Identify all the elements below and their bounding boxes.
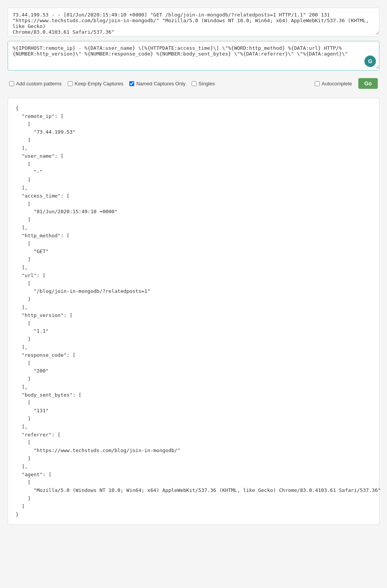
- singles-label[interactable]: Singles: [192, 81, 215, 87]
- keep-empty-captures-text: Keep Empty Captures: [75, 81, 123, 87]
- log-input-section: [8, 8, 379, 36]
- go-button[interactable]: Go: [358, 78, 378, 89]
- add-custom-patterns-text: Add custom patterns: [16, 81, 62, 87]
- autocomplete-text: Autocomplete: [322, 81, 352, 87]
- named-captures-only-label[interactable]: Named Captures Only: [129, 81, 185, 87]
- keep-empty-captures-label[interactable]: Keep Empty Captures: [68, 81, 123, 87]
- autocomplete-checkbox[interactable]: [315, 81, 320, 86]
- result-section: { "remote_ip": [ [ "73.44.199.53" ] ], "…: [8, 98, 379, 525]
- grok-button[interactable]: G: [364, 56, 376, 67]
- add-custom-patterns-label[interactable]: Add custom patterns: [9, 81, 62, 87]
- main-container: G Add custom patterns Keep Empty Capture…: [8, 8, 379, 525]
- add-custom-patterns-checkbox[interactable]: [9, 81, 14, 86]
- named-captures-only-checkbox[interactable]: [129, 81, 134, 86]
- pattern-input-section: G: [8, 41, 379, 70]
- options-bar: Add custom patterns Keep Empty Captures …: [8, 75, 379, 92]
- named-captures-only-text: Named Captures Only: [136, 81, 185, 87]
- pattern-input[interactable]: [8, 41, 379, 69]
- log-input[interactable]: [8, 8, 379, 35]
- singles-checkbox[interactable]: [192, 81, 197, 86]
- singles-text: Singles: [198, 81, 215, 87]
- autocomplete-label[interactable]: Autocomplete: [315, 81, 352, 87]
- keep-empty-captures-checkbox[interactable]: [68, 81, 73, 86]
